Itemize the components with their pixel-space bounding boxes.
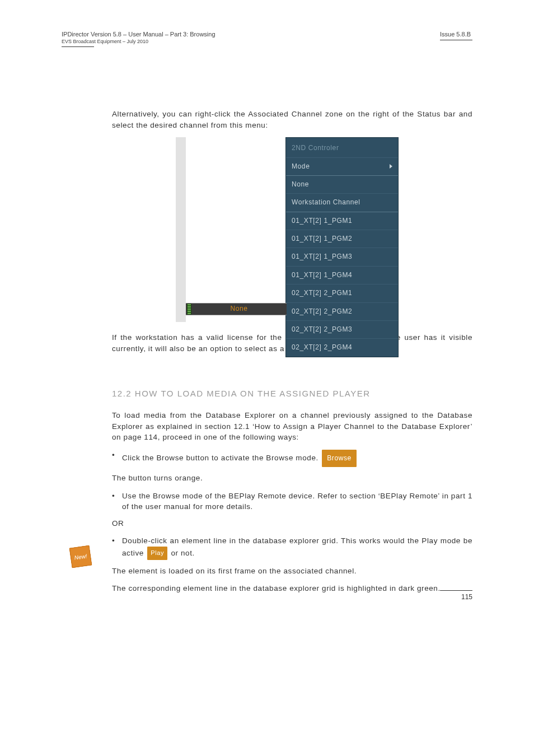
section-heading: 12.2 HOW TO LOAD MEDIA ON THE ASSIGNED P… [112,388,472,400]
issue-label: Issue 5.8.B [440,31,472,38]
page-content: Alternatively, you can right-click the A… [112,109,472,594]
submenu-arrow-icon [390,164,392,169]
new-badge: New! [69,545,92,568]
menu-item-none[interactable]: None [286,175,398,193]
menu-header: 2ND Controler [286,138,398,157]
context-menu[interactable]: 2ND Controler Mode None Workstation Chan… [285,137,399,357]
play-button[interactable]: Play [147,547,167,560]
browse-button[interactable]: Browse [322,450,357,467]
bullet-browse: Click the Browse button to activate the … [112,450,472,467]
page-footer: 115 [440,590,472,601]
menu-item-channel[interactable]: 01_XT[2] 1_PGM4 [286,266,398,284]
or-label: OR [112,518,472,529]
status-bar-label: None [191,304,287,314]
menu-item-channel[interactable]: 01_XT[2] 1_PGM2 [286,230,398,248]
bullet-beplay: Use the Browse mode of the BEPlay Remote… [112,491,472,512]
paragraph-loaded: The element is loaded on its first frame… [112,566,472,577]
paragraph-highlight: The corresponding element line in the da… [112,583,472,594]
paragraph-intro: Alternatively, you can right-click the A… [112,109,472,130]
menu-item-channel[interactable]: 02_XT[2] 2_PGM2 [286,302,398,320]
paragraph-load: To load media from the Database Explorer… [112,410,472,443]
menu-item-channel[interactable]: 02_XT[2] 2_PGM3 [286,320,398,338]
bullet-browse-sub: The button turns orange. [112,473,472,484]
status-bar[interactable]: None [186,303,287,315]
menu-item-channel[interactable]: 01_XT[2] 1_PGM1 [286,212,398,230]
page-number: 115 [461,593,472,601]
menu-item-mode[interactable]: Mode [286,157,398,175]
figure-sidebar [176,137,186,322]
header-subtitle: EVS Broadcast Equipment – July 2010 [62,39,216,44]
page-header: IPDirector Version 5.8 – User Manual – P… [62,31,472,47]
menu-item-channel[interactable]: 01_XT[2] 1_PGM3 [286,248,398,265]
menu-item-workstation[interactable]: Workstation Channel [286,193,398,211]
bullet-doubleclick: Double-click an element line in the data… [112,535,472,560]
header-title: IPDirector Version 5.8 – User Manual – P… [62,31,216,38]
menu-item-channel[interactable]: 02_XT[2] 2_PGM4 [286,338,398,356]
menu-item-channel[interactable]: 02_XT[2] 2_PGM1 [286,284,398,302]
grip-handle-icon [187,304,191,315]
context-menu-figure: 2ND Controler Mode None Workstation Chan… [112,137,472,322]
